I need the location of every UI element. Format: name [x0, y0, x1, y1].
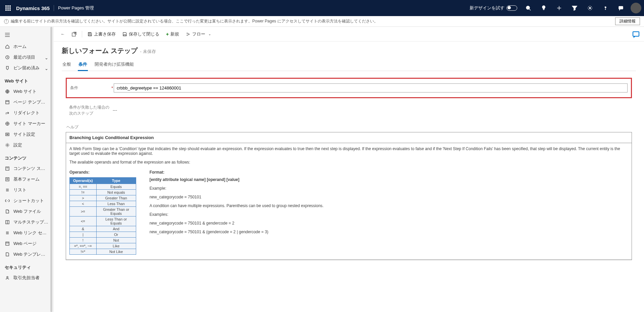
sidebar-item-contact[interactable]: 取引先担当者 [0, 272, 53, 283]
sidebar-item-label: ショートカット [13, 198, 49, 204]
tabs: 全般 条件 開発者向け拡張機能 [62, 59, 636, 71]
sidebar-item-label: Web テンプレート [13, 251, 49, 257]
sidebar-item-websites[interactable]: Web サイト [0, 86, 53, 97]
sidebar-item-redirect[interactable]: リダイレクト [0, 108, 53, 118]
sidebar-item-label: ピン留め済み [13, 65, 45, 71]
example-3: new_categorycode = 750101 & (gendercode … [150, 230, 628, 234]
notification-bar: ! 編集する前にサイトの表示方法を確認してください。サイトが公開に設定されている… [0, 16, 644, 27]
multistep-icon [5, 220, 10, 225]
sidebar-item-label: コンテンツ スニ... [13, 166, 49, 172]
table-row: >=Greater Than or Equals [70, 207, 136, 216]
table-row: !=Not equals [70, 190, 136, 195]
app-launcher-icon[interactable] [3, 3, 13, 13]
table-row: !Not [70, 238, 136, 243]
info-icon: ! [4, 19, 9, 24]
lightbulb-icon[interactable] [537, 0, 551, 16]
svg-point-44 [7, 276, 8, 278]
sidebar: ホーム最近の項目⌄ピン留め済み⌄ Web サイト Web サイトページ テンプレ… [0, 27, 54, 312]
sidebar-item-content-snippet[interactable]: コンテンツ スニ... [0, 163, 53, 174]
flow-button[interactable]: フロー ⌄ [183, 29, 214, 39]
try-new-design-toggle[interactable]: 新デザインを試す [470, 5, 517, 11]
operands-title: Operands: [69, 170, 136, 175]
plus-icon[interactable] [552, 0, 566, 16]
sidebar-item-page-template[interactable]: ページ テンプレ... [0, 97, 53, 108]
sidebar-item-web-page[interactable]: Web ページ [0, 238, 53, 249]
main-content: ← 上書き保存 保存して閉じる + 新規 フロー ⌄ [54, 27, 644, 312]
sidebar-item-list[interactable]: リスト [0, 185, 53, 195]
svg-rect-16 [619, 6, 623, 9]
sidebar-item-multistep[interactable]: マルチステップ ... [0, 217, 53, 228]
recent-icon [5, 55, 10, 60]
svg-rect-0 [5, 5, 7, 7]
svg-point-9 [526, 6, 530, 9]
open-record-button[interactable] [69, 30, 79, 39]
sidebar-item-settings[interactable]: 設定 [0, 140, 53, 150]
examples-label: Examples: [150, 212, 628, 217]
sidebar-item-site-settings[interactable]: サイト設定 [0, 129, 53, 140]
sidebar-item-basic-form[interactable]: 基本フォーム [0, 174, 53, 185]
table-row: =, ==Equals [70, 184, 136, 190]
help-header: Branching Logic Conditional Expression [66, 132, 632, 143]
svg-rect-46 [89, 33, 91, 34]
sidebar-item-label: Web ファイル [13, 208, 49, 214]
page-template-icon [5, 100, 10, 105]
search-icon[interactable] [521, 0, 535, 16]
sidebar-item-web-link-set[interactable]: Web リンク セット [0, 228, 53, 238]
svg-point-14 [589, 7, 591, 9]
condition-input[interactable] [114, 83, 628, 92]
sidebar-item-pinned[interactable]: ピン留め済み⌄ [0, 63, 53, 73]
sidebar-item-label: Web リンク セット [13, 230, 49, 236]
multi-expr-note: A condition can have multiple expression… [150, 203, 628, 208]
back-button[interactable]: ← [58, 30, 68, 39]
save-button[interactable]: 上書き保存 [85, 29, 118, 39]
chevron-down-icon: ⌄ [45, 66, 49, 70]
sidebar-item-label: ホーム [13, 44, 49, 50]
hamburger-icon[interactable] [0, 29, 53, 41]
svg-rect-1 [7, 5, 9, 7]
tab-general[interactable]: 全般 [62, 59, 72, 71]
svg-rect-42 [6, 242, 9, 245]
sidebar-item-label: リダイレクト [13, 110, 49, 116]
sidebar-item-web-file[interactable]: Web ファイル [0, 206, 53, 217]
user-avatar[interactable] [631, 3, 641, 13]
example-2: new_categorycode = 750101 & gendercode =… [150, 221, 628, 226]
websites-icon [5, 89, 10, 94]
toggle-icon[interactable] [506, 5, 517, 11]
table-row: &And [70, 226, 136, 232]
list-icon [5, 187, 10, 193]
sidebar-item-label: 最近の項目 [13, 54, 45, 60]
sub-brand-label: Power Pages 管理 [54, 5, 94, 11]
svg-rect-29 [6, 167, 9, 170]
site-settings-icon [5, 132, 10, 137]
tab-dev[interactable]: 開発者向け拡張機能 [94, 59, 135, 71]
sidebar-item-home[interactable]: ホーム [0, 41, 53, 52]
help-section-label: ヘルプ [66, 124, 632, 130]
detail-button[interactable]: 詳細情報 [615, 17, 640, 25]
sidebar-item-label: Web サイト [13, 88, 49, 95]
chat-icon[interactable] [614, 0, 628, 16]
sidebar-section-security: セキュリティ [0, 260, 53, 272]
help-icon[interactable] [598, 0, 612, 16]
svg-rect-49 [633, 32, 639, 37]
format-title: Format: [150, 170, 628, 175]
svg-rect-5 [9, 7, 11, 9]
form-content: 新しいフォーム ステップ - 未保存 全般 条件 開発者向け拡張機能 条件* [54, 42, 644, 312]
tab-condition[interactable]: 条件 [78, 59, 88, 71]
svg-rect-25 [6, 133, 9, 136]
example-label: Example: [150, 186, 628, 191]
example-1: new_categorycode = 750101 [150, 195, 628, 199]
sidebar-item-web-template[interactable]: Web テンプレート [0, 249, 53, 260]
sidebar-item-recent[interactable]: 最近の項目⌄ [0, 52, 53, 63]
sidebar-item-shortcut[interactable]: ショートカット [0, 195, 53, 206]
table-row: =*, ==*, ~=Like [70, 243, 136, 249]
gear-icon[interactable] [583, 0, 597, 16]
table-row: <=Less Than or Equals [70, 216, 136, 226]
content-snippet-icon [5, 166, 10, 171]
redirect-icon [5, 110, 10, 116]
new-button[interactable]: + 新規 [163, 29, 182, 39]
assist-icon[interactable] [632, 30, 640, 38]
filter-icon[interactable] [568, 0, 582, 16]
sidebar-item-site-marker[interactable]: サイト マーカー [0, 118, 53, 129]
save-close-button[interactable]: 保存して閉じる [120, 29, 162, 39]
svg-point-28 [7, 144, 8, 146]
